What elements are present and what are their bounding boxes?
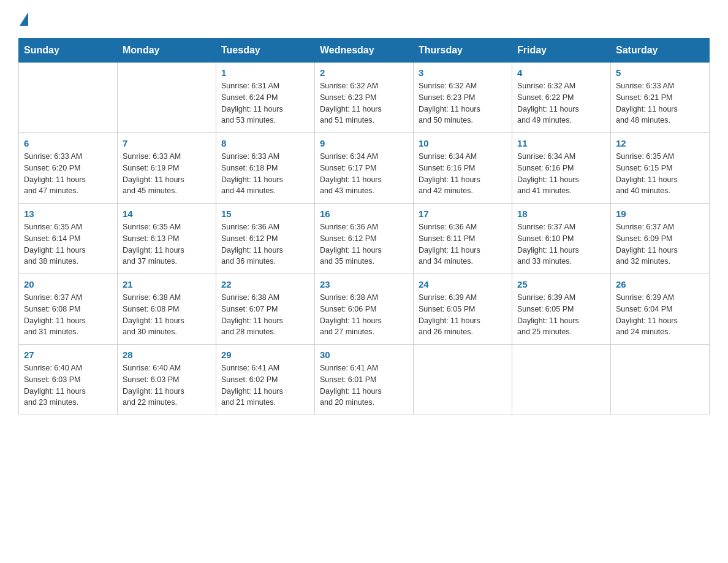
day-info: Sunrise: 6:39 AM Sunset: 6:04 PM Dayligh… [616,292,704,338]
day-number: 20 [24,279,112,289]
day-number: 2 [320,67,408,78]
day-info: Sunrise: 6:32 AM Sunset: 6:22 PM Dayligh… [517,80,605,126]
calendar-cell: 6Sunrise: 6:33 AM Sunset: 6:20 PM Daylig… [19,133,118,204]
day-info: Sunrise: 6:37 AM Sunset: 6:10 PM Dayligh… [517,221,605,267]
day-info: Sunrise: 6:35 AM Sunset: 6:15 PM Dayligh… [616,151,704,197]
day-info: Sunrise: 6:31 AM Sunset: 6:24 PM Dayligh… [221,80,309,126]
page-header [18,12,710,27]
day-info: Sunrise: 6:35 AM Sunset: 6:14 PM Dayligh… [24,221,112,267]
day-number: 26 [616,279,704,289]
calendar-cell: 11Sunrise: 6:34 AM Sunset: 6:16 PM Dayli… [512,133,611,204]
calendar-week-row: 20Sunrise: 6:37 AM Sunset: 6:08 PM Dayli… [19,274,710,345]
calendar-cell: 10Sunrise: 6:34 AM Sunset: 6:16 PM Dayli… [414,133,512,204]
day-info: Sunrise: 6:33 AM Sunset: 6:18 PM Dayligh… [221,151,309,197]
calendar-cell [611,345,710,415]
day-number: 7 [123,138,211,148]
calendar-week-row: 27Sunrise: 6:40 AM Sunset: 6:03 PM Dayli… [19,345,710,415]
day-number: 23 [320,279,408,289]
calendar-cell: 24Sunrise: 6:39 AM Sunset: 6:05 PM Dayli… [414,274,512,345]
calendar-cell: 2Sunrise: 6:32 AM Sunset: 6:23 PM Daylig… [315,63,414,133]
calendar-cell: 21Sunrise: 6:38 AM Sunset: 6:08 PM Dayli… [118,274,216,345]
day-info: Sunrise: 6:38 AM Sunset: 6:07 PM Dayligh… [221,292,309,338]
day-number: 13 [24,209,112,219]
day-number: 16 [320,209,408,219]
calendar-header-tuesday: Tuesday [216,39,315,63]
calendar-cell [414,345,512,415]
calendar-cell: 8Sunrise: 6:33 AM Sunset: 6:18 PM Daylig… [216,133,315,204]
day-number: 9 [320,138,408,148]
calendar-header-row: SundayMondayTuesdayWednesdayThursdayFrid… [19,39,710,63]
day-number: 3 [419,67,507,78]
day-info: Sunrise: 6:32 AM Sunset: 6:23 PM Dayligh… [419,80,507,126]
calendar-cell: 17Sunrise: 6:36 AM Sunset: 6:11 PM Dayli… [414,204,512,274]
calendar-cell: 5Sunrise: 6:33 AM Sunset: 6:21 PM Daylig… [611,63,710,133]
day-number: 28 [123,350,211,360]
day-info: Sunrise: 6:41 AM Sunset: 6:01 PM Dayligh… [320,362,408,408]
day-info: Sunrise: 6:39 AM Sunset: 6:05 PM Dayligh… [517,292,605,338]
day-info: Sunrise: 6:40 AM Sunset: 6:03 PM Dayligh… [24,362,112,408]
day-info: Sunrise: 6:37 AM Sunset: 6:09 PM Dayligh… [616,221,704,267]
day-number: 29 [221,350,309,360]
calendar-week-row: 13Sunrise: 6:35 AM Sunset: 6:14 PM Dayli… [19,204,710,274]
day-number: 15 [221,209,309,219]
calendar-cell: 29Sunrise: 6:41 AM Sunset: 6:02 PM Dayli… [216,345,315,415]
calendar-cell: 14Sunrise: 6:35 AM Sunset: 6:13 PM Dayli… [118,204,216,274]
logo-triangle-icon [20,12,28,26]
calendar-cell: 19Sunrise: 6:37 AM Sunset: 6:09 PM Dayli… [611,204,710,274]
calendar-header-thursday: Thursday [414,39,512,63]
calendar-cell: 20Sunrise: 6:37 AM Sunset: 6:08 PM Dayli… [19,274,118,345]
day-info: Sunrise: 6:36 AM Sunset: 6:11 PM Dayligh… [419,221,507,267]
calendar-week-row: 6Sunrise: 6:33 AM Sunset: 6:20 PM Daylig… [19,133,710,204]
day-number: 25 [517,279,605,289]
day-number: 5 [616,67,704,78]
day-number: 17 [419,209,507,219]
day-number: 11 [517,138,605,148]
day-info: Sunrise: 6:33 AM Sunset: 6:19 PM Dayligh… [123,151,211,197]
calendar-cell: 4Sunrise: 6:32 AM Sunset: 6:22 PM Daylig… [512,63,611,133]
day-number: 6 [24,138,112,148]
day-info: Sunrise: 6:34 AM Sunset: 6:16 PM Dayligh… [517,151,605,197]
calendar-header-monday: Monday [118,39,216,63]
day-info: Sunrise: 6:36 AM Sunset: 6:12 PM Dayligh… [221,221,309,267]
day-info: Sunrise: 6:35 AM Sunset: 6:13 PM Dayligh… [123,221,211,267]
calendar-cell: 15Sunrise: 6:36 AM Sunset: 6:12 PM Dayli… [216,204,315,274]
day-number: 30 [320,350,408,360]
calendar-cell: 3Sunrise: 6:32 AM Sunset: 6:23 PM Daylig… [414,63,512,133]
logo [18,12,28,27]
day-info: Sunrise: 6:39 AM Sunset: 6:05 PM Dayligh… [419,292,507,338]
calendar-cell: 9Sunrise: 6:34 AM Sunset: 6:17 PM Daylig… [315,133,414,204]
day-number: 19 [616,209,704,219]
calendar-week-row: 1Sunrise: 6:31 AM Sunset: 6:24 PM Daylig… [19,63,710,133]
calendar-cell [118,63,216,133]
calendar-cell: 23Sunrise: 6:38 AM Sunset: 6:06 PM Dayli… [315,274,414,345]
day-info: Sunrise: 6:33 AM Sunset: 6:20 PM Dayligh… [24,151,112,197]
day-number: 14 [123,209,211,219]
calendar-cell [512,345,611,415]
day-number: 4 [517,67,605,78]
calendar-cell: 28Sunrise: 6:40 AM Sunset: 6:03 PM Dayli… [118,345,216,415]
day-info: Sunrise: 6:38 AM Sunset: 6:08 PM Dayligh… [123,292,211,338]
calendar-cell: 27Sunrise: 6:40 AM Sunset: 6:03 PM Dayli… [19,345,118,415]
calendar-cell: 1Sunrise: 6:31 AM Sunset: 6:24 PM Daylig… [216,63,315,133]
day-number: 1 [221,67,309,78]
calendar-cell: 12Sunrise: 6:35 AM Sunset: 6:15 PM Dayli… [611,133,710,204]
calendar-header-wednesday: Wednesday [315,39,414,63]
calendar-cell: 7Sunrise: 6:33 AM Sunset: 6:19 PM Daylig… [118,133,216,204]
day-number: 27 [24,350,112,360]
calendar-header-sunday: Sunday [19,39,118,63]
day-info: Sunrise: 6:37 AM Sunset: 6:08 PM Dayligh… [24,292,112,338]
day-number: 10 [419,138,507,148]
day-info: Sunrise: 6:34 AM Sunset: 6:17 PM Dayligh… [320,151,408,197]
day-number: 12 [616,138,704,148]
calendar-cell: 25Sunrise: 6:39 AM Sunset: 6:05 PM Dayli… [512,274,611,345]
day-number: 24 [419,279,507,289]
logo-blue-part [18,12,28,27]
day-info: Sunrise: 6:33 AM Sunset: 6:21 PM Dayligh… [616,80,704,126]
day-info: Sunrise: 6:38 AM Sunset: 6:06 PM Dayligh… [320,292,408,338]
calendar-cell: 13Sunrise: 6:35 AM Sunset: 6:14 PM Dayli… [19,204,118,274]
day-info: Sunrise: 6:34 AM Sunset: 6:16 PM Dayligh… [419,151,507,197]
day-number: 8 [221,138,309,148]
calendar-header-friday: Friday [512,39,611,63]
calendar-cell: 18Sunrise: 6:37 AM Sunset: 6:10 PM Dayli… [512,204,611,274]
calendar-cell: 16Sunrise: 6:36 AM Sunset: 6:12 PM Dayli… [315,204,414,274]
